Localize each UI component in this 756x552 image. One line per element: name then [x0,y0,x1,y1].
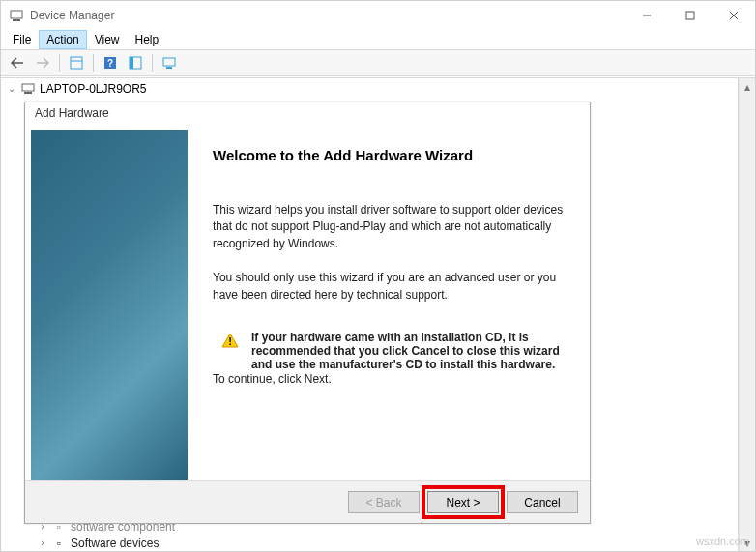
wizard-heading: Welcome to the Add Hardware Wizard [213,147,565,163]
tree-item-label: Software devices [71,537,159,550]
menu-action[interactable]: Action [39,30,86,49]
device-icon: ▫ [51,536,67,551]
window-title: Device Manager [30,9,625,22]
menu-help[interactable]: Help [128,30,167,49]
wizard-footer: < Back Next > Cancel [25,480,590,523]
menu-bar: File Action View Help [1,30,755,49]
svg-rect-15 [24,92,32,94]
forward-icon[interactable] [31,52,54,73]
wizard-title: Add Hardware [25,102,590,126]
svg-rect-6 [71,57,82,69]
app-icon [9,8,24,23]
properties-icon[interactable] [65,52,88,73]
svg-text:!: ! [228,335,232,347]
tree-root-row[interactable]: ⌄ LAPTOP-0LJR9OR5 [7,80,732,97]
wizard-sidebar-graphic [31,130,188,480]
back-button: < Back [348,491,420,513]
computer-icon [20,81,36,97]
chevron-right-icon[interactable]: › [38,537,47,548]
scroll-up-icon[interactable]: ▴ [740,78,755,95]
svg-rect-14 [22,84,34,91]
scan-icon[interactable] [158,52,181,73]
wizard-paragraph: This wizard helps you install driver sof… [213,202,565,252]
wizard-paragraph: You should only use this wizard if you a… [213,270,565,304]
maximize-button[interactable] [668,1,712,30]
svg-rect-13 [166,67,172,69]
svg-text:?: ? [107,58,113,69]
wizard-warning-text: If your hardware came with an installati… [251,331,560,371]
svg-rect-0 [11,11,22,18]
tree-item[interactable]: › ▫ Software devices [38,535,738,551]
wizard-continue-text: To continue, click Next. [213,371,565,388]
watermark: wsxdn.com [696,536,749,547]
cancel-button[interactable]: Cancel [507,491,578,513]
tree-root-label: LAPTOP-0LJR9OR5 [40,82,147,96]
minimize-button[interactable] [625,1,668,30]
window-titlebar: Device Manager [1,1,755,30]
menu-view[interactable]: View [87,30,128,49]
warning-icon: ! [220,331,240,371]
svg-rect-1 [13,19,20,21]
svg-rect-11 [130,57,133,69]
toolbar: ? [1,49,755,76]
close-button[interactable] [712,1,755,30]
chevron-down-icon[interactable]: ⌄ [7,83,16,94]
svg-rect-3 [686,12,694,19]
svg-rect-12 [163,58,175,66]
back-icon[interactable] [6,52,29,73]
help-icon[interactable]: ? [99,52,122,73]
add-hardware-wizard: Add Hardware Welcome to the Add Hardware… [24,102,591,524]
next-button[interactable]: Next > [427,491,499,513]
scrollbar-vertical[interactable]: ▴ ▾ [739,78,755,551]
menu-file[interactable]: File [5,30,39,49]
view-icon[interactable] [124,52,147,73]
